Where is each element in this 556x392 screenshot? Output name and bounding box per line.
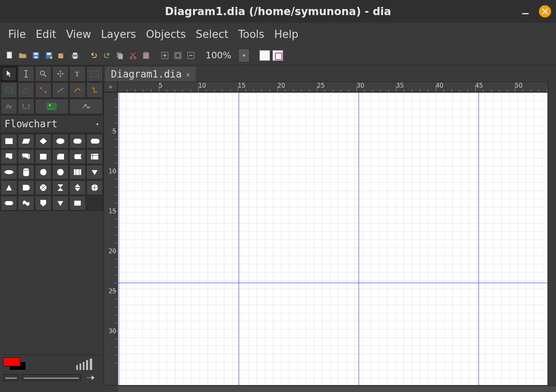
shape-collate[interactable] [52, 180, 69, 195]
tool-bezier[interactable] [18, 99, 34, 114]
paste-button[interactable] [140, 50, 152, 61]
shape-diamond[interactable] [35, 134, 51, 148]
shape-internal-storage[interactable] [86, 149, 103, 164]
zoom-dropdown-icon[interactable]: ▾ [238, 49, 250, 62]
shape-box[interactable] [1, 134, 17, 148]
shape-terminal[interactable] [69, 134, 86, 148]
menu-objects[interactable]: Objects [141, 27, 191, 42]
close-button[interactable] [539, 5, 551, 18]
menu-tools[interactable]: Tools [233, 27, 269, 42]
export-button[interactable] [56, 50, 68, 61]
menu-edit[interactable]: Edit [31, 27, 61, 42]
menu-view[interactable]: View [61, 27, 96, 42]
shape-card[interactable] [52, 149, 69, 164]
new-file-button[interactable] [4, 50, 16, 61]
menu-help[interactable]: Help [269, 27, 303, 42]
tool-line[interactable] [52, 82, 69, 98]
shape-or[interactable] [86, 180, 103, 195]
horizontal-ruler[interactable]: 5101520253035404550 [117, 82, 548, 92]
shape-library-selector[interactable]: Flowchart ▾ [0, 115, 104, 133]
redo-button[interactable] [101, 50, 113, 61]
shape-manual-op[interactable] [69, 165, 86, 179]
shape-multi-document[interactable] [18, 149, 34, 164]
snap-object-toggle[interactable] [272, 50, 283, 61]
zoom-out-button[interactable] [185, 50, 197, 61]
shape-offpage-conn[interactable] [52, 196, 69, 210]
shape-punched-tape[interactable] [18, 196, 34, 210]
tool-text[interactable]: T [69, 66, 86, 82]
svg-rect-18 [175, 52, 181, 59]
tab-close-icon[interactable]: × [186, 70, 190, 79]
zoom-value[interactable]: 100% [202, 49, 238, 62]
menu-select[interactable]: Select [191, 27, 233, 42]
tool-sel-poly[interactable] [18, 82, 34, 98]
minimize-button[interactable] [519, 5, 532, 18]
snap-grid-toggle[interactable] [259, 50, 270, 61]
shape-preparation[interactable] [1, 196, 17, 210]
v-ruler-label: 15 [104, 208, 116, 215]
svg-rect-6 [47, 53, 51, 55]
shape-manual-input[interactable] [35, 149, 51, 164]
undo-button[interactable] [88, 50, 100, 61]
shape-delay[interactable] [18, 180, 34, 195]
zoom-fit-button[interactable] [172, 50, 184, 61]
shape-offpage[interactable] [86, 165, 103, 179]
shape-triangle[interactable] [1, 180, 17, 195]
shape-magnetic-disk[interactable] [35, 165, 51, 179]
tool-box[interactable] [86, 66, 103, 82]
shape-stored-data[interactable] [69, 149, 86, 164]
save-button[interactable] [30, 50, 42, 61]
h-ruler-label: 30 [357, 82, 364, 89]
shape-document[interactable] [1, 149, 17, 164]
shape-process[interactable] [69, 196, 86, 210]
shape-connector[interactable] [35, 196, 51, 210]
window-controls [519, 0, 551, 23]
tool-misc[interactable] [69, 99, 103, 114]
shape-magnetic-drum[interactable] [18, 165, 34, 179]
drawing-canvas[interactable] [118, 93, 547, 385]
tool-arc[interactable] [69, 82, 86, 98]
vertical-scrollbar[interactable] [548, 92, 556, 385]
shape-direct-data[interactable] [52, 165, 69, 179]
shape-sort[interactable] [69, 180, 86, 195]
tool-sel-rect[interactable] [1, 82, 17, 98]
menu-layers[interactable]: Layers [96, 27, 141, 42]
tool-pointer[interactable] [1, 66, 17, 82]
document-tab[interactable]: Diagram1.dia × [105, 67, 196, 82]
color-swatch[interactable] [3, 357, 26, 370]
page-boundary-v [239, 93, 239, 385]
cut-button[interactable] [127, 50, 139, 61]
shape-display[interactable] [86, 134, 103, 148]
tool-text-edit[interactable] [18, 66, 34, 82]
tool-conn-pt[interactable] [35, 82, 51, 98]
tool-image[interactable] [35, 99, 69, 114]
h-ruler-label: 5 [159, 82, 163, 89]
tool-zigzag[interactable] [86, 82, 103, 98]
open-file-button[interactable] [17, 50, 29, 61]
line-start-cap[interactable] [3, 374, 19, 381]
zoom-in-button[interactable] [159, 50, 171, 61]
shape-predefined[interactable] [1, 165, 17, 179]
h-ruler-label: 20 [277, 82, 285, 89]
copy-button[interactable] [114, 50, 126, 61]
svg-point-38 [23, 168, 29, 171]
tool-polyline[interactable] [1, 99, 17, 114]
line-style-selector[interactable] [22, 374, 81, 381]
shape-summing[interactable] [35, 180, 51, 195]
foreground-color[interactable] [3, 357, 20, 366]
shape-ellipse[interactable] [52, 134, 69, 148]
save-as-button[interactable] [43, 50, 55, 61]
tool-magnify[interactable] [35, 66, 51, 82]
shape-parallelogram[interactable] [18, 134, 34, 148]
horizontal-scrollbar[interactable] [117, 385, 556, 392]
tool-scroll[interactable] [52, 66, 69, 82]
vertical-ruler[interactable]: 51015202530 [104, 92, 117, 385]
zoom-combo[interactable]: 100% ▾ [202, 49, 250, 62]
ruler-corner[interactable]: ✦ [104, 82, 117, 92]
line-width-selector[interactable] [76, 358, 92, 370]
v-ruler-label: 5 [104, 128, 116, 135]
print-button[interactable] [69, 50, 81, 61]
line-end-cap[interactable] [84, 374, 100, 382]
v-ruler-label: 20 [104, 248, 116, 255]
menu-file[interactable]: File [3, 27, 31, 42]
